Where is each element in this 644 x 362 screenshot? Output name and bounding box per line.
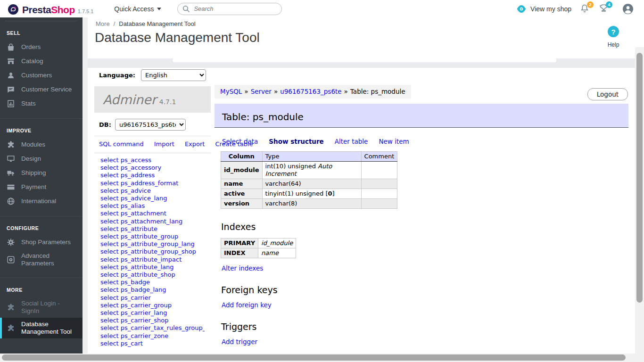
indexes-table: PRIMARYid_moduleINDEXname	[221, 238, 296, 258]
import-link[interactable]: Import	[154, 140, 174, 148]
sidebar-item-catalog[interactable]: Catalog	[0, 54, 83, 68]
sidebar-item-advanced-parameters[interactable]: Advanced Parameters	[0, 249, 83, 270]
help-icon: ?	[608, 26, 619, 37]
select-table-link[interactable]: select ps_carrier_shop	[100, 317, 205, 324]
language-select[interactable]: English	[141, 69, 206, 81]
select-table-link[interactable]: select ps_attribute_impact	[100, 256, 205, 263]
column-type-cell: varchar(8)	[262, 199, 361, 209]
design-icon	[7, 155, 15, 163]
panel-top-band	[88, 58, 635, 68]
select-table-link[interactable]: select ps_accessory	[100, 164, 205, 172]
chevron-down-icon	[157, 8, 161, 10]
select-table-link[interactable]: select ps_advice_lang	[100, 195, 205, 202]
sidebar-item-database-management-tool[interactable]: Database Management Tool	[0, 318, 83, 338]
search-input[interactable]	[194, 5, 269, 12]
breadcrumb-parent[interactable]: More	[96, 20, 110, 27]
tab-alter-table[interactable]: Alter table	[335, 138, 368, 145]
sidebar-item-social-login-signin[interactable]: Social Login - SignIn	[0, 297, 83, 318]
sidebar-item-shipping[interactable]: Shipping	[0, 166, 83, 180]
sidebar-section-divider	[0, 118, 83, 119]
sidebar-item-stats[interactable]: Stats	[0, 97, 83, 111]
adminer-breadcrumb-link[interactable]: u961675163_ps6te	[280, 88, 341, 95]
vertical-scrollbar-thumb[interactable]	[636, 53, 643, 303]
index-columns-cell: id_module	[258, 239, 296, 248]
sidebar-item-customer-service[interactable]: Customer Service	[0, 82, 83, 97]
version-label: 1.7.5.1	[78, 8, 94, 14]
prestashop-logo[interactable]: PrestaShop 1.7.5.1	[8, 2, 93, 16]
sidebar-item-payment[interactable]: Payment	[0, 180, 83, 194]
column-name-cell: active	[221, 189, 263, 199]
help-button[interactable]: ? Help	[603, 26, 624, 48]
sql-command-link[interactable]: SQL command	[99, 140, 144, 148]
select-table-link[interactable]: select ps_attachment_lang	[100, 218, 205, 225]
select-table-link[interactable]: select ps_badge	[100, 279, 205, 286]
select-table-link[interactable]: select ps_address	[100, 172, 205, 179]
select-table-link[interactable]: select ps_cart	[100, 340, 205, 347]
achievements-button[interactable]: 4	[599, 3, 609, 15]
adminer-breadcrumb-link[interactable]: Server	[251, 88, 272, 95]
table-select-list: select ps_accessselect ps_accessoryselec…	[94, 156, 205, 347]
select-table-link[interactable]: select ps_access	[100, 156, 205, 164]
sidebar-item-shop-parameters[interactable]: Shop Parameters	[0, 235, 83, 249]
select-table-link[interactable]: select ps_carrier_tax_rules_group_	[100, 324, 205, 332]
sidebar-item-design[interactable]: Design	[0, 152, 83, 166]
select-table-link[interactable]: select ps_address_format	[100, 180, 205, 187]
vertical-scrollbar[interactable]	[635, 47, 644, 362]
quick-access-menu[interactable]: Quick Access	[114, 5, 161, 13]
sidebar-section-divider	[0, 278, 83, 278]
column-comment-cell	[361, 162, 397, 179]
structure-table: Column Type Comment id_moduleint(10) uns…	[221, 151, 397, 209]
alter-indexes-link[interactable]: Alter indexes	[222, 264, 263, 272]
horizontal-scrollbar-thumb[interactable]	[2, 354, 626, 361]
select-table-link[interactable]: select ps_advice	[100, 187, 205, 195]
select-table-link[interactable]: select ps_attribute_shop	[100, 271, 205, 279]
select-table-link[interactable]: select ps_alias	[100, 202, 205, 210]
select-table-link[interactable]: select ps_attachment	[100, 210, 205, 217]
tab-show-structure[interactable]: Show structure	[269, 138, 323, 145]
breadcrumb-separator: »	[244, 88, 248, 95]
horizontal-scrollbar[interactable]	[0, 354, 644, 362]
panel-top-scroll-thumb[interactable]	[173, 58, 556, 62]
sidebar-item-international[interactable]: International	[0, 194, 83, 208]
select-table-link[interactable]: select ps_carrier_group	[100, 302, 205, 309]
sidebar-item-customers[interactable]: Customers	[0, 68, 83, 82]
column-name-cell: id_module	[221, 162, 263, 179]
puzzle-icon	[7, 303, 15, 312]
tab-select-data[interactable]: Select data	[222, 138, 258, 145]
select-table-link[interactable]: select ps_attribute	[100, 225, 205, 233]
logout-button[interactable]: Logout	[587, 88, 628, 100]
select-table-link[interactable]: select ps_attribute_group_lang	[100, 240, 205, 248]
sidebar-divider	[5, 21, 78, 21]
sidebar-item-modules[interactable]: Modules	[0, 138, 83, 152]
select-table-link[interactable]: select ps_carrier_lang	[100, 309, 205, 317]
international-icon	[7, 197, 15, 206]
structure-row: versionvarchar(8)	[221, 199, 397, 209]
breadcrumb: More/Database Management Tool	[96, 20, 196, 27]
select-table-link[interactable]: select ps_attribute_group	[100, 233, 205, 240]
select-table-link[interactable]: select ps_carrier_zone	[100, 332, 205, 340]
add-foreign-key-link[interactable]: Add foreign key	[222, 301, 272, 309]
search-icon	[182, 5, 190, 13]
sidebar-item-orders[interactable]: Orders	[0, 40, 83, 54]
breadcrumb-separator: »	[344, 88, 348, 95]
divider	[94, 153, 211, 153]
type-header: Type	[262, 152, 361, 162]
profile-avatar[interactable]	[622, 3, 634, 15]
tab-new-item[interactable]: New item	[379, 138, 409, 145]
select-table-link[interactable]: select ps_attribute_group_shop	[100, 248, 205, 255]
select-table-link[interactable]: select ps_badge_lang	[100, 286, 205, 294]
search-box[interactable]	[177, 3, 282, 15]
sidebar-section-title: MORE	[7, 287, 83, 293]
export-link[interactable]: Export	[185, 140, 205, 148]
select-table-link[interactable]: select ps_attribute_lang	[100, 263, 205, 271]
database-select[interactable]: u961675163_ps6te	[115, 119, 186, 131]
add-trigger-link[interactable]: Add trigger	[222, 338, 257, 346]
shipping-icon	[7, 169, 15, 177]
notifications-button[interactable]: 2	[580, 3, 590, 15]
view-my-shop-link[interactable]: View my shop	[516, 5, 571, 13]
adminer-breadcrumb-link[interactable]: MySQL	[220, 88, 242, 95]
column-header: Column	[221, 152, 263, 162]
structure-row: namevarchar(64)	[221, 179, 397, 189]
sidebar-nav: SELLOrdersCatalogCustomersCustomer Servi…	[0, 30, 83, 338]
select-table-link[interactable]: select ps_carrier	[100, 294, 205, 302]
